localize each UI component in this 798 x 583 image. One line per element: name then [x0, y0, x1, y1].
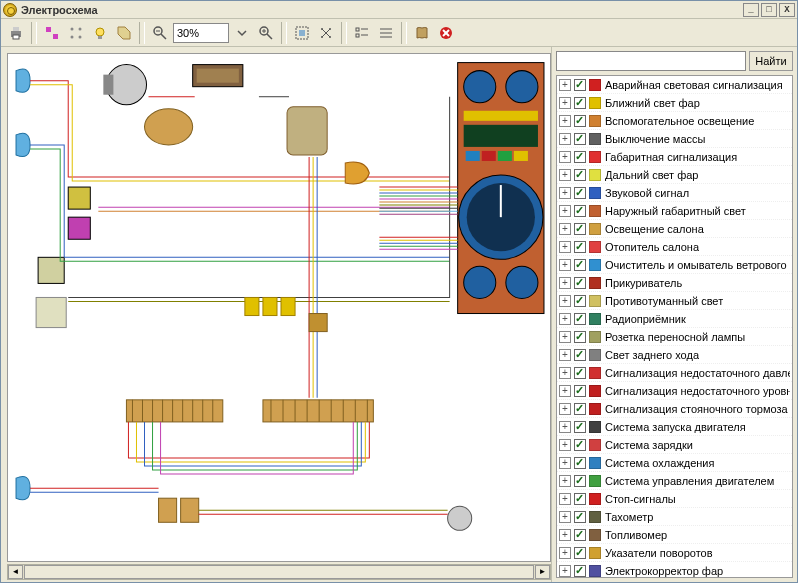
zoom-level-input[interactable] [173, 23, 229, 43]
circuit-row[interactable]: +Система управления двигателем [557, 472, 792, 490]
circuit-label[interactable]: Сигнализация недостаточного уровня тормо… [605, 385, 790, 397]
circuit-label[interactable]: Габаритная сигнализация [605, 151, 737, 163]
circuit-row[interactable]: +Топливомер [557, 526, 792, 544]
circuit-row[interactable]: +Система зарядки [557, 436, 792, 454]
circuit-label[interactable]: Отопитель салона [605, 241, 699, 253]
visibility-checkbox[interactable] [574, 97, 586, 109]
visibility-checkbox[interactable] [574, 547, 586, 559]
circuit-row[interactable]: +Радиоприёмник [557, 310, 792, 328]
circuit-label[interactable]: Система охлаждения [605, 457, 714, 469]
expand-toggle[interactable]: + [559, 79, 571, 91]
circuit-label[interactable]: Аварийная световая сигнализация [605, 79, 783, 91]
visibility-checkbox[interactable] [574, 511, 586, 523]
help-button[interactable] [411, 22, 433, 44]
circuit-label[interactable]: Система запуска двигателя [605, 421, 746, 433]
expand-toggle[interactable]: + [559, 115, 571, 127]
visibility-checkbox[interactable] [574, 223, 586, 235]
visibility-checkbox[interactable] [574, 295, 586, 307]
stop-button[interactable] [435, 22, 457, 44]
visibility-checkbox[interactable] [574, 169, 586, 181]
visibility-checkbox[interactable] [574, 385, 586, 397]
circuit-row[interactable]: +Электрокорректор фар [557, 562, 792, 578]
visibility-checkbox[interactable] [574, 313, 586, 325]
zoom-dropdown-button[interactable] [231, 22, 253, 44]
zoom-out-button[interactable] [149, 22, 171, 44]
expand-toggle[interactable]: + [559, 169, 571, 181]
circuit-label[interactable]: Вспомогательное освещение [605, 115, 754, 127]
circuit-label[interactable]: Ближний свет фар [605, 97, 700, 109]
trace-mode-button[interactable] [65, 22, 87, 44]
circuit-row[interactable]: +Освещение салона [557, 220, 792, 238]
expand-toggle[interactable]: + [559, 403, 571, 415]
circuit-label[interactable]: Система управления двигателем [605, 475, 774, 487]
visibility-checkbox[interactable] [574, 421, 586, 433]
search-input[interactable] [556, 51, 746, 71]
expand-toggle[interactable]: + [559, 457, 571, 469]
expand-toggle[interactable]: + [559, 241, 571, 253]
visibility-checkbox[interactable] [574, 439, 586, 451]
visibility-checkbox[interactable] [574, 115, 586, 127]
visibility-checkbox[interactable] [574, 529, 586, 541]
expand-toggle[interactable]: + [559, 295, 571, 307]
visibility-checkbox[interactable] [574, 367, 586, 379]
circuit-row[interactable]: +Указатели поворотов [557, 544, 792, 562]
horizontal-scrollbar[interactable]: ◄ ► [7, 564, 551, 580]
circuit-row[interactable]: +Розетка переносной лампы [557, 328, 792, 346]
circuit-label[interactable]: Розетка переносной лампы [605, 331, 745, 343]
scroll-thumb[interactable] [24, 565, 534, 579]
visibility-checkbox[interactable] [574, 277, 586, 289]
circuit-row[interactable]: +Отопитель салона [557, 238, 792, 256]
circuit-row[interactable]: +Выключение массы [557, 130, 792, 148]
circuit-row[interactable]: +Аварийная световая сигнализация [557, 76, 792, 94]
circuit-label[interactable]: Выключение массы [605, 133, 705, 145]
visibility-checkbox[interactable] [574, 457, 586, 469]
zoom-in-button[interactable] [255, 22, 277, 44]
circuit-row[interactable]: +Система запуска двигателя [557, 418, 792, 436]
circuit-row[interactable]: +Ближний свет фар [557, 94, 792, 112]
expand-toggle[interactable]: + [559, 367, 571, 379]
circuit-row[interactable]: +Очиститель и омыватель ветрового стекла [557, 256, 792, 274]
expand-toggle[interactable]: + [559, 187, 571, 199]
circuit-label[interactable]: Сигнализация недостаточного давления мас… [605, 367, 790, 379]
fit-page-button[interactable] [315, 22, 337, 44]
expand-toggle[interactable]: + [559, 529, 571, 541]
visibility-checkbox[interactable] [574, 403, 586, 415]
expand-toggle[interactable]: + [559, 97, 571, 109]
circuit-label[interactable]: Звуковой сигнал [605, 187, 689, 199]
scroll-right-button[interactable]: ► [535, 565, 550, 579]
visibility-checkbox[interactable] [574, 475, 586, 487]
expand-toggle[interactable]: + [559, 349, 571, 361]
visibility-checkbox[interactable] [574, 241, 586, 253]
circuit-label[interactable]: Противотуманный свет [605, 295, 723, 307]
circuit-row[interactable]: +Противотуманный свет [557, 292, 792, 310]
circuit-row[interactable]: +Тахометр [557, 508, 792, 526]
visibility-checkbox[interactable] [574, 565, 586, 577]
print-button[interactable] [5, 22, 27, 44]
circuit-row[interactable]: +Свет заднего хода [557, 346, 792, 364]
fit-selection-button[interactable] [291, 22, 313, 44]
circuit-label[interactable]: Указатели поворотов [605, 547, 713, 559]
expand-toggle[interactable]: + [559, 205, 571, 217]
visibility-checkbox[interactable] [574, 187, 586, 199]
visibility-checkbox[interactable] [574, 331, 586, 343]
circuit-label[interactable]: Стоп-сигналы [605, 493, 676, 505]
circuit-row[interactable]: +Прикуриватель [557, 274, 792, 292]
circuit-row[interactable]: +Система охлаждения [557, 454, 792, 472]
visibility-checkbox[interactable] [574, 349, 586, 361]
visibility-checkbox[interactable] [574, 259, 586, 271]
circuit-row[interactable]: +Наружный габаритный свет [557, 202, 792, 220]
circuit-row[interactable]: +Звуковой сигнал [557, 184, 792, 202]
visibility-checkbox[interactable] [574, 133, 586, 145]
info-button[interactable] [113, 22, 135, 44]
expand-toggle[interactable]: + [559, 493, 571, 505]
circuit-row[interactable]: +Сигнализация недостаточного уровня торм… [557, 382, 792, 400]
circuit-label[interactable]: Освещение салона [605, 223, 704, 235]
expand-toggle[interactable]: + [559, 259, 571, 271]
circuit-label[interactable]: Дальний свет фар [605, 169, 699, 181]
circuit-row[interactable]: +Габаритная сигнализация [557, 148, 792, 166]
circuit-row[interactable]: +Вспомогательное освещение [557, 112, 792, 130]
circuit-label[interactable]: Электрокорректор фар [605, 565, 723, 577]
collapse-all-button[interactable] [375, 22, 397, 44]
expand-toggle[interactable]: + [559, 511, 571, 523]
circuit-row[interactable]: +Сигнализация стояночного тормоза [557, 400, 792, 418]
